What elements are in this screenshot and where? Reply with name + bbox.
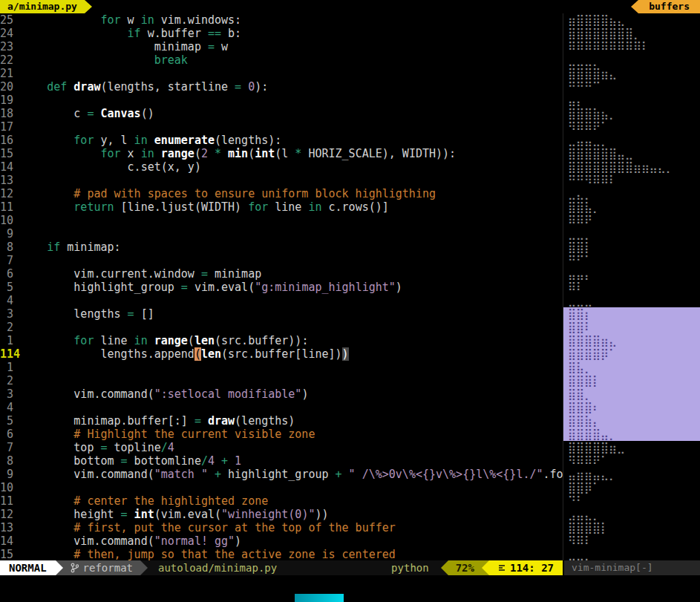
minimap-row[interactable]: ⣿⣿⣿⣿⣿⣿⣤⣀ xyxy=(568,147,700,160)
code-line[interactable]: 9 xyxy=(0,227,563,241)
minimap-row[interactable]: ⣀⣀⡀ xyxy=(568,548,700,560)
line-number: 8 xyxy=(0,454,20,468)
minimap-row[interactable]: ⣀⣄⡀ xyxy=(568,187,700,200)
minimap-row[interactable]: ⣿⣿⣿⣿⡇ xyxy=(568,521,700,534)
minimap-row-highlighted[interactable]: ⣿⣿⣿⡇ xyxy=(563,374,700,387)
code-line[interactable]: 21 xyxy=(0,67,563,80)
code-line[interactable]: 11 return [line.ljust(WIDTH) for line in… xyxy=(0,200,563,214)
minimap-panel[interactable]: ⣶⣿⣿⣿⣿⣦⣄⣿⣿⣿⣿⣿⣿⣿⣿⡀⠿⠿⠿⠿⠿⠿⠿⠿⠿⠇⣀⣀⣀⡀⣿⣿⣿⣿⣶⣄⠛⠛⠛⠉… xyxy=(563,13,700,560)
minimap-row[interactable]: ⣿⣿⡇ xyxy=(568,241,700,254)
minimap-row[interactable]: ⠿⠿⠿⠿⠿⠿⠿⠿⠿⠇ xyxy=(568,40,700,53)
minimap-row-highlighted[interactable]: ⣿⣿⣿⣿⣤⡀ xyxy=(563,428,700,441)
minimap-row[interactable]: ⣿⣿⣿⣿⣿⣶⣀ xyxy=(568,441,700,454)
code-area[interactable]: 25 for w in vim.windows:24 if w.buffer =… xyxy=(0,13,563,560)
minimap-row[interactable]: ⣿⣿⣧⡀ xyxy=(568,200,700,214)
code-line[interactable]: 1 xyxy=(0,361,563,374)
minimap-row[interactable]: ⠿⠇ xyxy=(568,281,700,294)
code-line[interactable]: 13 # first, put the cursor at the top of… xyxy=(0,521,563,534)
tabline-spacer xyxy=(92,0,631,13)
code-line[interactable]: 114 lengths.append(len(src.buffer[line])… xyxy=(0,347,563,361)
minimap-row[interactable]: ⣠⣤⣄⡀ xyxy=(568,508,700,521)
code-line[interactable]: 3 lengths = [] xyxy=(0,307,563,321)
minimap-row[interactable]: ⣿⣿⣿⣿⣶⣄ xyxy=(568,67,700,80)
code-line[interactable]: 4 xyxy=(0,294,563,307)
code-line[interactable]: 12 height = int(vim.eval("winheight(0)")… xyxy=(0,508,563,521)
minimap-row[interactable]: ⠛⠛⠻⠿⠿⠇ xyxy=(568,174,700,187)
minimap-row-highlighted[interactable]: ⣿⣿⠇ xyxy=(563,321,700,334)
code-line[interactable]: 15 for x in range(2 * min(int(l * HORIZ_… xyxy=(0,147,563,160)
minimap-row[interactable]: ⠛⠋⠁ xyxy=(568,254,700,267)
minimap-row[interactable]: ⣿⣿⣿⣿⣿⣿⣿⣿⡀ xyxy=(568,27,700,40)
minimap-row[interactable]: ⠙⠃ xyxy=(568,494,700,508)
powerline-separator-icon xyxy=(140,560,148,575)
code-line[interactable]: 1 for line in range(len(src.buffer)): xyxy=(0,334,563,347)
code-line[interactable]: 11 # center the highlighted zone xyxy=(0,494,563,508)
code-line[interactable]: 25 for w in vim.windows: xyxy=(0,13,563,27)
minimap-row[interactable]: ⣿⣿⣿⣷⣦⡀ xyxy=(568,107,700,120)
minimap-row[interactable]: ⣀⣀⣀ xyxy=(568,294,700,307)
code-line[interactable]: 7 top = topline/4 xyxy=(0,441,563,454)
code-line[interactable]: 15 # then, jump so that the active zone … xyxy=(0,548,563,560)
code-line[interactable]: 24 if w.buffer == b: xyxy=(0,27,563,40)
minimap-row[interactable]: ⣀⣀⡀ xyxy=(568,227,700,241)
code-line[interactable]: 6 vim.current.window = minimap xyxy=(0,267,563,281)
minimap-row-highlighted[interactable]: ⣿⣿⣿⣿⣶⣄ xyxy=(563,334,700,347)
minimap-row[interactable]: ⣶⣿⣿⣿⣿⣦⣄ xyxy=(568,13,700,27)
code-text: # first, put the cursor at the top of th… xyxy=(20,521,396,534)
code-line[interactable]: 16 for y, l in enumerate(lengths): xyxy=(0,134,563,147)
code-line[interactable]: 10 xyxy=(0,481,563,494)
code-line[interactable]: 8 if minimap: xyxy=(0,241,563,254)
code-line[interactable]: 9 vim.command("match " + highlight_group… xyxy=(0,468,563,481)
minimap-row[interactable]: ⣤⡄ xyxy=(568,94,700,107)
minimap-row-highlighted[interactable]: ⣿⣿⡀ xyxy=(563,387,700,401)
tab-buffers[interactable]: buffers xyxy=(638,0,700,13)
code-line[interactable]: 23 minimap = w xyxy=(0,40,563,53)
code-line[interactable]: 5 highlight_group = vim.eval("g:minimap_… xyxy=(0,281,563,294)
line-number: 2 xyxy=(0,374,20,387)
code-line[interactable]: 14 c.set(x, y) xyxy=(0,160,563,174)
code-line[interactable]: 12 # pad with spaces to ensure uniform b… xyxy=(0,187,563,200)
minimap-row[interactable]: ⣤⣶⣶⣤⣄⡀ xyxy=(568,468,700,481)
minimap-row[interactable]: ⣀⣤⣤⣀⡀ xyxy=(568,134,700,147)
minimap-row[interactable]: ⠿⠿⠟ xyxy=(568,214,700,227)
minimap-row[interactable]: ⠛⠛⠛⠉ xyxy=(568,80,700,94)
minimap-row[interactable]: ⠻⠿⠇ xyxy=(568,534,700,548)
code-line[interactable]: 10 xyxy=(0,214,563,227)
code-text: vim.command("match " + highlight_group +… xyxy=(20,468,563,481)
current-line-number: 114 xyxy=(0,347,20,361)
code-line[interactable]: 14 vim.command("normal! gg") xyxy=(0,534,563,548)
tab-current-file[interactable]: a/minimap.py xyxy=(0,0,85,13)
code-line[interactable]: 20 def draw(lengths, startline = 0): xyxy=(0,80,563,94)
minimap-row[interactable]: ⣿⣿⡿⠁ xyxy=(568,481,700,494)
code-line[interactable]: 2 xyxy=(0,321,563,334)
line-number: 1 xyxy=(0,361,20,374)
minimap-row[interactable]: ⣿⣿⣿⣿⣿⣿⣿⣿⣶⣶⣤⣄⡀ xyxy=(568,160,700,174)
line-number: 12 xyxy=(0,508,20,521)
code-line[interactable]: 19 xyxy=(0,94,563,107)
code-line[interactable]: 2 xyxy=(0,374,563,387)
code-line[interactable]: 17 xyxy=(0,120,563,134)
code-line[interactable]: 22 break xyxy=(0,53,563,67)
code-line[interactable]: 7 xyxy=(0,254,563,267)
minimap-row[interactable]: ⣤⣤⡄ xyxy=(568,267,700,281)
git-branch-segment[interactable]: reformat xyxy=(63,560,140,575)
minimap-row[interactable]: ⠻⠿⠿⠟⠁ xyxy=(568,454,700,468)
command-line[interactable] xyxy=(0,575,700,602)
code-line[interactable]: 13 xyxy=(0,174,563,187)
line-number: 17 xyxy=(0,120,20,134)
minimap-row-highlighted[interactable]: ⣿⣿⣿⠆ xyxy=(563,401,700,414)
minimap-row[interactable]: ⠻⠿⠿⠟⠁ xyxy=(568,120,700,134)
minimap-row[interactable]: ⣀⣀⣀⡀ xyxy=(568,53,700,67)
minimap-row-highlighted[interactable]: ⣿⣿⣿⣿⡿⠁ xyxy=(563,347,700,361)
minimap-row-highlighted[interactable]: ⣿⣿⡆ xyxy=(563,307,700,321)
code-line[interactable]: 4 xyxy=(0,401,563,414)
line-number: 18 xyxy=(0,107,20,120)
code-line[interactable]: 3 vim.command(":setlocal modifiable") xyxy=(0,387,563,401)
line-number: 19 xyxy=(0,94,20,107)
code-line[interactable]: 6 # Highlight the current visible zone xyxy=(0,428,563,441)
minimap-row-highlighted[interactable]: ⣿⣿⣷⡄ xyxy=(563,414,700,428)
code-line[interactable]: 8 bottom = bottomline/4 + 1 xyxy=(0,454,563,468)
minimap-row-highlighted[interactable]: ⣿⣧⡀ xyxy=(563,361,700,374)
code-line[interactable]: 5 minimap.buffer[:] = draw(lengths) xyxy=(0,414,563,428)
code-line[interactable]: 18 c = Canvas() xyxy=(0,107,563,120)
